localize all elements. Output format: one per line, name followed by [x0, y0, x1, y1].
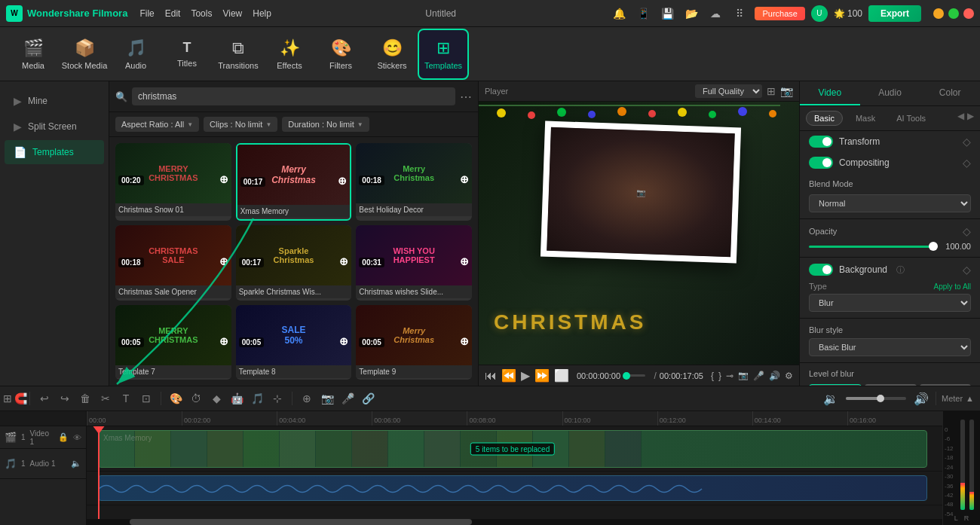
grid-icon[interactable]: ⊞	[3, 392, 12, 404]
timeline-scrollbar[interactable]	[87, 519, 942, 525]
transform-expand-icon[interactable]: ◇	[963, 136, 971, 148]
crop-icon[interactable]: ⊡	[137, 389, 155, 407]
template-card-sparkle[interactable]: SparkleChristmas 00:17 ⊕ Sparkle Christm…	[236, 225, 352, 300]
tool-transitions[interactable]: ⧉ Transitions	[213, 29, 264, 80]
scrollbar-thumb[interactable]	[130, 519, 472, 525]
mic-icon[interactable]: 🎤	[753, 371, 764, 381]
phone-icon[interactable]: 📱	[634, 5, 652, 23]
tabs-prev-icon[interactable]: ◀	[957, 111, 964, 126]
template-card-8[interactable]: SALE50% 00:05 ⊕ Template 8	[236, 305, 352, 380]
opacity-slider[interactable]	[809, 246, 938, 248]
template-card-wishes[interactable]: WISH YOUHAPPIEST 00:31 ⊕ Christmas wishe…	[356, 225, 472, 300]
split-icon[interactable]: ⊹	[268, 389, 286, 407]
bracket-start-icon[interactable]: {	[711, 371, 714, 381]
ai-icon[interactable]: 🤖	[228, 389, 246, 407]
clips-filter[interactable]: Clips : No limit ▼	[204, 117, 277, 132]
cloud-icon[interactable]: ☁	[706, 5, 724, 23]
play-icon[interactable]: ▶	[521, 368, 530, 383]
tool-stickers[interactable]: 😊 Stickers	[366, 29, 418, 80]
template-card-holiday-decor[interactable]: MerryChristmas 00:18 ⊕ Best Holiday Deco…	[356, 143, 472, 221]
tool-templates[interactable]: ⊞ Templates	[418, 29, 469, 80]
camera-icon[interactable]: 📷	[738, 371, 749, 380]
apply-to-all-btn[interactable]: Apply to All	[934, 282, 971, 291]
meter-toggle[interactable]: Meter ▲	[942, 394, 974, 403]
tool-media[interactable]: 🎬 Media	[8, 29, 59, 80]
save-icon[interactable]: 💾	[658, 5, 676, 23]
video-lock-icon[interactable]: 🔒	[58, 432, 69, 442]
duration-filter[interactable]: Duration : No limit ▼	[282, 117, 369, 132]
blur-style-selector[interactable]: Basic Blur Gaussian Blur	[809, 338, 971, 356]
template-card-sale-opener[interactable]: CHRISTMASSALE 00:18 ⊕ Christmas Sale Ope…	[115, 225, 231, 300]
template-card-christmas-snow[interactable]: MERRYCHRISTMAS 00:20 ⊕ Christmas Snow 01	[115, 143, 231, 221]
tabs-next-icon[interactable]: ▶	[967, 111, 974, 126]
menu-help[interactable]: Help	[253, 8, 271, 19]
tab-color[interactable]: Color	[920, 81, 980, 105]
magnet-icon[interactable]: 🧲	[14, 392, 27, 404]
apps-icon[interactable]: ⠿	[730, 5, 749, 23]
frame-forward-icon[interactable]: ⏩	[534, 368, 550, 383]
quality-selector[interactable]: Full Quality Half Quality	[695, 84, 762, 98]
blur-box-mid[interactable]	[865, 384, 916, 386]
tab-video[interactable]: Video	[800, 81, 860, 105]
template-card-7[interactable]: MERRYCHRISTMAS 00:05 ⊕ Template 7	[115, 305, 231, 380]
audio-clip[interactable]	[98, 475, 927, 501]
video-clip[interactable]: Xmas Memory	[98, 430, 927, 468]
menu-view[interactable]: View	[222, 8, 242, 19]
tab-audio[interactable]: Audio	[860, 81, 920, 105]
fullscreen-icon[interactable]: ⬜	[554, 368, 569, 383]
search-input[interactable]	[132, 87, 455, 105]
export-button[interactable]: Export	[868, 5, 921, 22]
progress-handle[interactable]	[623, 372, 630, 380]
video-eye-icon[interactable]: 👁	[73, 433, 81, 442]
more-options-icon[interactable]: ⋯	[460, 90, 472, 104]
volume-down-icon[interactable]: 🔉	[822, 389, 840, 407]
notification-icon[interactable]: 🔔	[610, 5, 628, 23]
keyframe-icon[interactable]: ◆	[207, 389, 225, 407]
mic-tl-icon[interactable]: 🎤	[338, 389, 357, 407]
color-icon[interactable]: 🎨	[167, 389, 185, 407]
maximize-button[interactable]: □	[948, 8, 959, 19]
progress-bar[interactable]	[626, 374, 645, 377]
delete-icon[interactable]: 🗑	[76, 389, 94, 407]
speed-icon[interactable]: ⏱	[187, 389, 205, 407]
volume-icon[interactable]: 🔊	[769, 371, 780, 381]
snapshot-icon[interactable]: 📷	[780, 85, 793, 97]
snapshot-tl-icon[interactable]: 📷	[318, 389, 336, 407]
sidebar-item-mine[interactable]: ▶ Mine	[5, 89, 104, 113]
blur-box-high[interactable]	[920, 384, 971, 386]
timeline-ruler[interactable]: 00:00 00:02:00 00:04:00 00:06:00 00:08:0…	[87, 411, 942, 426]
audio-clip-icon[interactable]: 🎵	[248, 389, 266, 407]
template-card-xmas-memory[interactable]: MerryChristmas 00:17 ⊕ Xmas Memory	[236, 143, 352, 221]
menu-tools[interactable]: Tools	[191, 8, 212, 19]
opacity-expand-icon[interactable]: ◇	[963, 225, 971, 237]
background-toggle[interactable]	[809, 264, 833, 276]
tool-effects[interactable]: ✨ Effects	[264, 29, 315, 80]
split-clip-icon[interactable]: ⊸	[726, 371, 733, 381]
volume-handle[interactable]	[877, 395, 884, 402]
cut-icon[interactable]: ✂	[96, 389, 115, 407]
audio-mute-icon[interactable]: 🔈	[71, 459, 81, 469]
share-icon[interactable]: 📂	[682, 5, 700, 23]
background-type-selector[interactable]: Blur Color Image	[809, 294, 971, 312]
subtab-mask[interactable]: Mask	[847, 111, 884, 126]
volume-slider-container[interactable]	[846, 397, 906, 400]
subtab-basic[interactable]: Basic	[806, 111, 843, 126]
redo-icon[interactable]: ↪	[56, 389, 74, 407]
volume-up-icon[interactable]: 🔊	[912, 389, 930, 407]
background-expand-icon[interactable]: ◇	[963, 264, 971, 276]
tool-filters[interactable]: 🎨 Filters	[315, 29, 366, 80]
expand-preview-icon[interactable]: ⊞	[767, 85, 776, 97]
minimize-button[interactable]: −	[933, 8, 944, 19]
bracket-end-icon[interactable]: }	[718, 371, 721, 381]
add-track-icon[interactable]: ⊕	[298, 389, 316, 407]
menu-file[interactable]: File	[139, 8, 154, 19]
template-card-9[interactable]: MerryChristmas 00:05 ⊕ Template 9	[356, 305, 472, 380]
compositing-toggle[interactable]	[809, 157, 833, 169]
blend-mode-selector[interactable]: Normal Multiply Screen Overlay	[809, 194, 971, 212]
transform-toggle[interactable]	[809, 136, 833, 148]
sidebar-item-split-screen[interactable]: ▶ Split Screen	[5, 114, 104, 139]
text-icon[interactable]: T	[117, 389, 135, 407]
settings-icon[interactable]: ⚙	[785, 371, 793, 381]
frame-back-icon[interactable]: ⏪	[501, 368, 516, 383]
purchase-button[interactable]: Purchase	[755, 7, 804, 20]
